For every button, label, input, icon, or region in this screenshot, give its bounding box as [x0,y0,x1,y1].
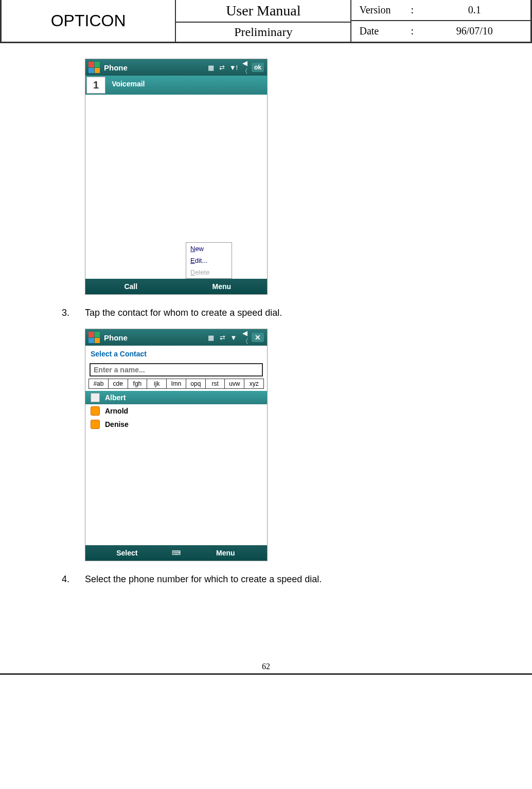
wm-bottombar: Select ⌨ Menu [85,545,267,561]
menu-delete: Delete [186,266,232,278]
alpha-tab[interactable]: lmn [167,379,186,388]
menu-button[interactable]: Menu [184,549,268,557]
contact-name: Arnold [105,407,128,415]
keyboard-icon[interactable]: ⌨ [169,549,184,557]
name-input-wrapper [90,363,263,376]
signal-icon[interactable]: ▼! [229,64,238,71]
alpha-tab[interactable]: xyz [244,379,263,388]
brand-cell: OPTICON [2,0,176,42]
app-title: Phone [104,333,206,342]
contact-list: AlbertArnoldDenise [85,391,267,431]
alpha-tab[interactable]: ijk [147,379,167,388]
menu-new[interactable]: New [186,243,232,255]
keyboard-status-icon[interactable]: ▦ [206,64,216,71]
contact-row[interactable]: Arnold [85,404,267,418]
wm-titlebar: Phone ▦ ⇄ ▼ ◀〈 ✕ [85,329,267,346]
volume-icon[interactable]: ◀〈 [240,329,250,346]
step-3: 3. Tap the contact for whom to create a … [62,308,481,318]
start-icon[interactable] [88,62,100,73]
speed-dial-number: 1 [86,77,105,94]
contact-row[interactable]: Albert [85,391,267,404]
manual-subtitle: Preliminary [176,23,350,42]
select-button[interactable]: Select [85,549,169,557]
screenshot-select-contact: Phone ▦ ⇄ ▼ ◀〈 ✕ Select a Contact #abcde… [85,329,268,561]
manual-title: User Manual [176,0,350,23]
date-value: 96/07/10 [426,25,523,37]
speed-dial-label: Voicemail [107,76,150,95]
app-title: Phone [104,63,206,72]
signal-icon[interactable]: ▼ [229,334,238,342]
contact-row[interactable]: Denise [85,418,267,431]
document-header: OPTICON User Manual Preliminary Version … [0,0,532,43]
menu-edit[interactable]: Edit... [186,255,232,266]
wm-titlebar: Phone ▦ ⇄ ▼! ◀〈 ok [85,59,267,76]
alpha-tab[interactable]: rst [206,379,225,388]
keyboard-status-icon[interactable]: ▦ [206,334,216,342]
alpha-tab[interactable]: uvw [225,379,244,388]
context-menu: New Edit... Delete [186,242,232,279]
contact-card-icon [91,393,100,402]
page-number: 62 [0,662,532,673]
alpha-tab[interactable]: fgh [128,379,148,388]
sim-card-icon [91,406,100,416]
step-4: 4. Select the phone number for which to … [62,574,481,585]
step-number: 3. [62,308,85,318]
date-label: Date [359,25,411,37]
speed-dial-body: 1 Voicemail New Edit... Delete [85,76,267,279]
connectivity-icon[interactable]: ⇄ [218,64,227,71]
name-input[interactable] [90,363,263,376]
ok-button[interactable]: ok [252,63,264,72]
version-label: Version [359,4,411,16]
alpha-tab[interactable]: #ab [89,379,109,388]
alpha-tabs: #abcdefghijklmnopqrstuvwxyz [88,379,264,389]
alpha-tab[interactable]: opq [186,379,206,388]
page-content: Phone ▦ ⇄ ▼! ◀〈 ok 1 Voicemail New Edit.… [0,43,532,611]
screenshot-speed-dial-menu: Phone ▦ ⇄ ▼! ◀〈 ok 1 Voicemail New Edit.… [85,59,268,295]
select-contact-body: Select a Contact #abcdefghijklmnopqrstuv… [85,346,267,545]
meta-cell: Version : 0.1 Date : 96/07/10 [350,0,530,42]
volume-icon[interactable]: ◀〈 [240,59,250,76]
contact-name: Albert [105,393,126,402]
sim-card-icon [91,420,100,429]
wm-bottombar: Call Menu [85,279,267,294]
alpha-tab[interactable]: cde [109,379,128,388]
bottom-border [0,673,532,675]
select-contact-heading: Select a Contact [85,346,267,362]
speed-dial-entry[interactable]: 1 Voicemail [85,76,267,95]
connectivity-icon[interactable]: ⇄ [218,334,227,342]
title-cell: User Manual Preliminary [176,0,350,42]
step-number: 4. [62,574,85,585]
step-text: Select the phone number for which to cre… [85,574,481,585]
contact-name: Denise [105,420,129,428]
close-button[interactable]: ✕ [252,333,264,342]
call-button[interactable]: Call [85,279,176,294]
menu-button[interactable]: Menu [176,279,268,294]
version-value: 0.1 [426,4,523,16]
start-icon[interactable] [88,332,100,343]
step-text: Tap the contact for whom to create a spe… [85,308,481,318]
